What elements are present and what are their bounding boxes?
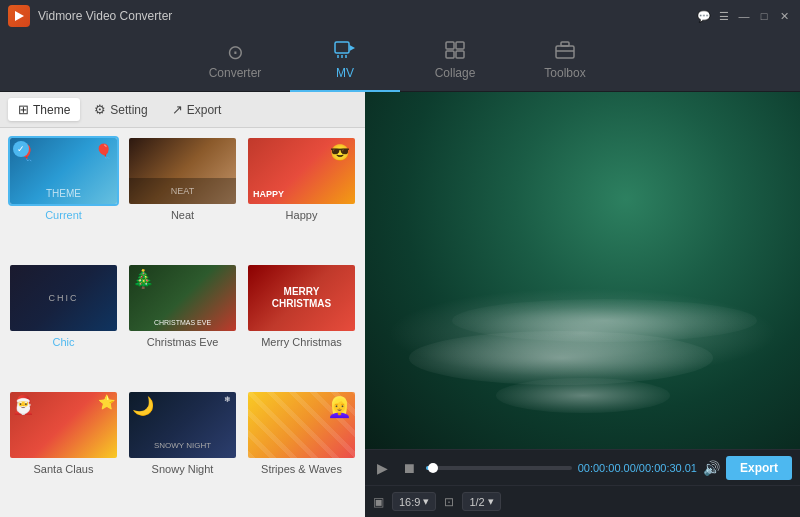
title-bar: Vidmore Video Converter 💬 ☰ — □ ✕ [0, 0, 800, 32]
svg-rect-9 [456, 51, 464, 58]
maximize-button[interactable]: □ [756, 8, 772, 24]
theme-merry-christmas[interactable]: MERRYCHRISTMAS Merry Christmas [246, 263, 357, 382]
theme-neat-label: Neat [171, 209, 194, 221]
setting-icon: ⚙ [94, 102, 106, 117]
svg-rect-7 [456, 42, 464, 49]
window-controls: 💬 ☰ — □ ✕ [696, 8, 792, 24]
volume-icon[interactable]: 🔊 [703, 460, 720, 476]
selected-badge: ✓ [13, 141, 29, 157]
svg-marker-2 [350, 45, 356, 51]
mv-icon [334, 41, 356, 62]
export-subtab-icon: ↗ [172, 102, 183, 117]
theme-santa-claus[interactable]: 🎅 ⭐ Santa Claus [8, 390, 119, 509]
collage-icon [445, 41, 465, 62]
theme-current-label: Current [45, 209, 82, 221]
theme-happy[interactable]: 😎 HAPPY Happy [246, 136, 357, 255]
theme-neat[interactable]: NEAT Neat [127, 136, 238, 255]
menu-button[interactable]: ☰ [716, 8, 732, 24]
progress-dot [428, 463, 438, 473]
app-logo [8, 5, 30, 27]
toolbox-icon [555, 41, 575, 62]
left-panel: ⊞ Theme ⚙ Setting ↗ Export ✓ 🎈 🎈 [0, 92, 365, 517]
close-button[interactable]: ✕ [776, 8, 792, 24]
subtab-export[interactable]: ↗ Export [162, 98, 232, 121]
theme-chic-label: Chic [52, 336, 74, 348]
tab-converter-label: Converter [209, 66, 262, 80]
scale-value: 1/2 [469, 496, 484, 508]
theme-stripes-waves[interactable]: 👱‍♀️ Stripes & Waves [246, 390, 357, 509]
video-size-bar: ▣ 16:9 ▾ ⊡ 1/2 ▾ [365, 485, 800, 517]
theme-stripes-waves-label: Stripes & Waves [261, 463, 342, 475]
tab-mv-label: MV [336, 66, 354, 80]
sub-tabs: ⊞ Theme ⚙ Setting ↗ Export [0, 92, 365, 128]
tab-collage-label: Collage [435, 66, 476, 80]
main-area: ⊞ Theme ⚙ Setting ↗ Export ✓ 🎈 🎈 [0, 92, 800, 517]
tab-mv[interactable]: MV [290, 32, 400, 92]
progress-bar[interactable] [426, 466, 572, 470]
video-controls: ▶ ⏹ 00:00:00.00/00:00:30.01 🔊 Export [365, 449, 800, 485]
theme-current[interactable]: ✓ 🎈 🎈 THEME Current [8, 136, 119, 255]
aspect-icon: ▣ [373, 495, 384, 509]
scale-icon: ⊡ [444, 495, 454, 509]
subtab-export-label: Export [187, 103, 222, 117]
tab-toolbox-label: Toolbox [544, 66, 585, 80]
tab-converter[interactable]: ⊙ Converter [180, 32, 290, 92]
export-button[interactable]: Export [726, 456, 792, 480]
nav-tabs: ⊙ Converter MV Collage [0, 32, 800, 92]
chat-button[interactable]: 💬 [696, 8, 712, 24]
theme-grid: ✓ 🎈 🎈 THEME Current NEAT Neat [0, 128, 365, 517]
video-preview [365, 92, 800, 449]
tab-toolbox[interactable]: Toolbox [510, 32, 620, 92]
app-title: Vidmore Video Converter [38, 9, 696, 23]
theme-snowy-night-label: Snowy Night [152, 463, 214, 475]
theme-icon: ⊞ [18, 102, 29, 117]
aspect-ratio-select[interactable]: 16:9 ▾ [392, 492, 436, 511]
svg-rect-6 [446, 42, 454, 49]
svg-rect-11 [556, 46, 574, 58]
subtab-theme-label: Theme [33, 103, 70, 117]
right-panel: ▶ ⏹ 00:00:00.00/00:00:30.01 🔊 Export ▣ 1… [365, 92, 800, 517]
tab-collage[interactable]: Collage [400, 32, 510, 92]
theme-santa-claus-label: Santa Claus [34, 463, 94, 475]
svg-marker-0 [15, 11, 24, 21]
converter-icon: ⊙ [227, 42, 244, 62]
subtab-setting[interactable]: ⚙ Setting [84, 98, 157, 121]
time-display: 00:00:00.00/00:00:30.01 [578, 462, 697, 474]
theme-merry-christmas-label: Merry Christmas [261, 336, 342, 348]
subtab-theme[interactable]: ⊞ Theme [8, 98, 80, 121]
aspect-ratio-value: 16:9 [399, 496, 420, 508]
stop-button[interactable]: ⏹ [398, 458, 420, 478]
theme-christmas-eve-label: Christmas Eve [147, 336, 219, 348]
svg-rect-1 [335, 42, 349, 53]
theme-happy-label: Happy [286, 209, 318, 221]
theme-snowy-night[interactable]: 🌙 ❄ SNOWY NIGHT Snowy Night [127, 390, 238, 509]
subtab-setting-label: Setting [110, 103, 147, 117]
svg-rect-8 [446, 51, 454, 58]
scale-select[interactable]: 1/2 ▾ [462, 492, 500, 511]
scale-caret: ▾ [488, 495, 494, 508]
play-button[interactable]: ▶ [373, 458, 392, 478]
theme-chic[interactable]: CHIC Chic [8, 263, 119, 382]
minimize-button[interactable]: — [736, 8, 752, 24]
aspect-ratio-caret: ▾ [423, 495, 429, 508]
theme-christmas-eve[interactable]: 🎄 CHRISTMAS EVE Christmas Eve [127, 263, 238, 382]
